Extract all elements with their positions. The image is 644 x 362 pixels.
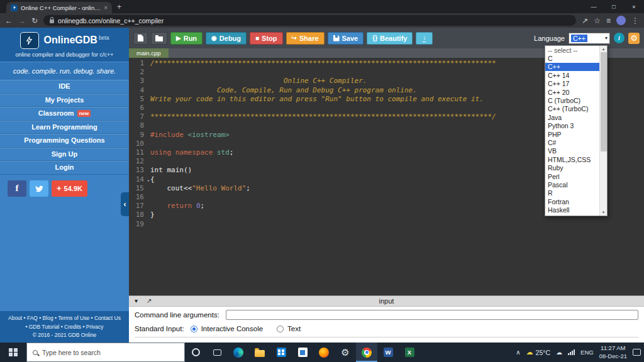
cortana-button[interactable]	[185, 343, 206, 362]
onedrive-cloud-icon[interactable]: ☁	[556, 349, 562, 356]
action-center-icon[interactable]	[633, 349, 641, 356]
browser-menu-icon[interactable]: ⋮	[631, 17, 639, 25]
sidebar-item-learn-programming[interactable]: Learn Programming	[0, 121, 129, 134]
language-option[interactable]: Fortran	[545, 197, 599, 206]
share-button[interactable]: ↪Share	[286, 32, 325, 45]
language-option[interactable]: Pascal	[545, 180, 599, 189]
language-option[interactable]: C++ 20	[545, 88, 599, 96]
language-option[interactable]: Ruby	[545, 163, 599, 172]
open-folder-icon	[155, 36, 163, 41]
taskbar-search[interactable]: Type here to search	[26, 343, 185, 362]
start-button[interactable]	[0, 343, 26, 362]
language-option[interactable]: -- select --	[545, 46, 599, 54]
twitter-button[interactable]	[30, 180, 48, 197]
firefox-button[interactable]	[313, 343, 335, 362]
text-radio[interactable]	[277, 326, 284, 332]
facebook-button[interactable]: f	[8, 180, 26, 197]
file-tab-main-cpp[interactable]: main.cpp	[129, 48, 169, 58]
language-option[interactable]: VB	[545, 147, 599, 155]
window-close-button[interactable]: ×	[624, 0, 644, 13]
sidebar-item-programming-questions[interactable]: Programming Questions	[0, 134, 129, 148]
language-option[interactable]: HTML,JS,CSS	[545, 155, 599, 163]
sidebar-item-my-projects[interactable]: My Projects	[0, 94, 129, 107]
lock-icon	[50, 19, 54, 23]
language-select[interactable]: C++ ▾	[569, 33, 610, 44]
run-button[interactable]: ▶Run	[170, 32, 203, 45]
scroll-down-icon[interactable]: ▾	[602, 209, 605, 216]
window-minimize-button[interactable]: —	[584, 0, 604, 13]
browser-tab[interactable]: Online C++ Compiler - online ed ×	[6, 2, 112, 13]
language-option[interactable]: Java	[545, 113, 599, 121]
settings-button[interactable]: ⚙	[628, 33, 640, 44]
back-icon[interactable]: ←	[5, 17, 13, 25]
language-label: Language	[534, 35, 565, 42]
photos-button[interactable]	[292, 343, 313, 362]
weather-widget[interactable]: ☁ 25°C	[526, 348, 550, 356]
excel-button[interactable]: X	[399, 343, 420, 362]
reading-list-icon[interactable]: ≡	[606, 17, 611, 25]
dropdown-scrollbar[interactable]: ▴ ▾	[599, 46, 607, 216]
beautify-button[interactable]: {}Beautify	[367, 32, 413, 45]
panel-collapse-icon[interactable]: ▾	[135, 298, 138, 304]
share-page-icon[interactable]: ↗	[582, 17, 588, 25]
settings-taskbar-button[interactable]: ⚙	[335, 343, 356, 362]
language-option[interactable]: R	[545, 189, 599, 197]
stop-button[interactable]: ■Stop	[250, 32, 283, 45]
url-bar[interactable]: onlinegdb.com/online_c++_compiler	[43, 15, 576, 26]
file-explorer-button[interactable]	[249, 343, 270, 362]
info-button[interactable]: i	[614, 33, 625, 43]
language-option[interactable]: C++ (TurboC)	[545, 105, 599, 113]
panel-expand-icon[interactable]: ↗	[147, 298, 152, 304]
sidebar-collapse-handle[interactable]: ‹	[121, 192, 129, 216]
forward-icon[interactable]: →	[18, 17, 26, 25]
window-maximize-button[interactable]: □	[604, 0, 624, 13]
language-option[interactable]: C#	[545, 138, 599, 146]
bookmark-star-icon[interactable]: ☆	[594, 17, 601, 25]
sidebar-item-login[interactable]: Login	[0, 161, 129, 175]
language-option[interactable]: C++	[545, 63, 599, 71]
tab-close-icon[interactable]: ×	[104, 4, 108, 11]
refresh-icon[interactable]: ↻	[31, 17, 38, 25]
language-option[interactable]: Perl	[545, 172, 599, 180]
cmd-args-input[interactable]	[226, 310, 638, 320]
scrollbar-thumb[interactable]	[601, 52, 607, 151]
interactive-console-radio[interactable]	[191, 326, 197, 332]
new-file-button[interactable]	[133, 32, 148, 45]
language-option[interactable]: C++ 14	[545, 71, 599, 79]
word-button[interactable]: W	[377, 343, 399, 362]
language-option[interactable]: C++ 17	[545, 80, 599, 88]
page: OnlineGDBbeta online compiler and debugg…	[0, 28, 644, 343]
debug-button[interactable]: ◉Debug	[206, 32, 247, 45]
language-option[interactable]: C	[545, 54, 599, 62]
edge-button[interactable]	[228, 343, 249, 362]
footer-links-2[interactable]: • GDB Tutorial • Credits • Privacy	[1, 323, 128, 332]
store-button[interactable]	[270, 343, 292, 362]
network-signal-icon[interactable]	[568, 349, 575, 355]
profile-avatar[interactable]	[616, 16, 626, 25]
language-option[interactable]: Python 3	[545, 122, 599, 130]
chrome-button[interactable]	[356, 343, 377, 362]
tray-chevron-icon[interactable]: ∧	[516, 349, 520, 356]
sidebar-item-ide[interactable]: IDE	[0, 80, 129, 94]
share-count-button[interactable]: + 54.9K	[52, 180, 87, 197]
line-number: 2	[129, 68, 150, 77]
download-button[interactable]: ↓	[416, 32, 433, 45]
clock[interactable]: 11:27 AM 08-Dec-21	[599, 344, 627, 360]
code-text: int main()	[150, 166, 192, 175]
sidebar-item-classroom[interactable]: Classroomnew	[0, 107, 129, 121]
language-option[interactable]: Haskell	[545, 206, 599, 214]
task-view-icon	[213, 349, 221, 356]
keyboard-language[interactable]: ENG	[580, 349, 594, 356]
scroll-up-icon[interactable]: ▴	[602, 46, 605, 52]
language-option[interactable]: C (TurboC)	[545, 96, 599, 104]
language-option[interactable]: PHP	[545, 130, 599, 138]
new-tab-button[interactable]: +	[117, 3, 121, 11]
footer-links-1[interactable]: About • FAQ • Blog • Terms of Use • Cont…	[1, 314, 128, 323]
braces-icon: {}	[372, 35, 377, 41]
open-file-button[interactable]	[151, 32, 167, 45]
sidebar-item-sign-up[interactable]: Sign Up	[0, 148, 129, 162]
sidebar-item-label: IDE	[58, 82, 70, 90]
save-button[interactable]: Save	[328, 32, 364, 45]
code-line[interactable]: 19	[129, 220, 644, 229]
task-view-button[interactable]	[206, 343, 228, 362]
